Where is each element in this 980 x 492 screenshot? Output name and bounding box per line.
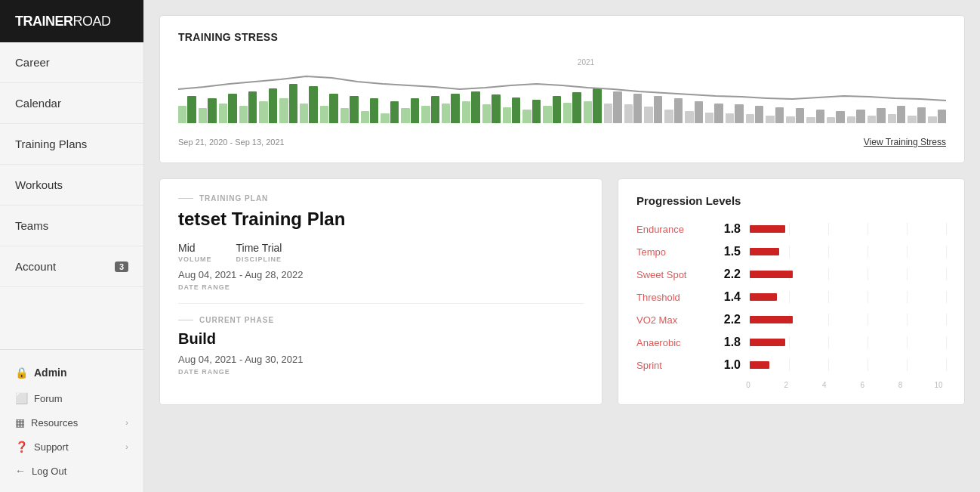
- prog-label[interactable]: Endurance: [636, 224, 704, 235]
- bar-group: [624, 94, 643, 123]
- bar-light: [421, 106, 430, 123]
- bar-light: [888, 114, 896, 123]
- grid-line: [907, 336, 908, 348]
- bar-dark: [411, 98, 419, 123]
- logout-item[interactable]: ← Log Out: [15, 459, 128, 483]
- resources-item[interactable]: ▦ Resources ›: [15, 410, 128, 435]
- support-item[interactable]: ❓ Support ›: [15, 435, 128, 459]
- bar-light: [320, 106, 328, 123]
- progression-row: Anaerobic1.8: [636, 336, 946, 349]
- bar-dark: [897, 106, 905, 123]
- bar-group: [361, 98, 379, 123]
- sidebar-item-label: Teams: [15, 219, 48, 232]
- progression-row: VO2 Max2.2: [636, 313, 946, 326]
- logout-label: Log Out: [32, 466, 66, 477]
- bar-group: [827, 111, 845, 123]
- bar-group: [563, 92, 581, 123]
- bar-light: [705, 113, 713, 123]
- grid-line: [828, 223, 829, 235]
- prog-label[interactable]: Tempo: [636, 246, 704, 258]
- bar-group: [381, 101, 399, 123]
- plan-title: tetset Training Plan: [178, 209, 584, 230]
- plan-meta: Mid VOLUME Time Trial DISCIPLINE: [178, 242, 584, 263]
- bar-dark: [492, 94, 500, 123]
- progression-row: Sprint1.0: [636, 358, 946, 372]
- grid-line: [907, 223, 908, 235]
- bars-container: [178, 55, 946, 123]
- bar-dark: [633, 94, 642, 123]
- sidebar-item-calendar[interactable]: Calendar: [0, 83, 143, 124]
- volume-value: Mid: [178, 242, 212, 254]
- logo-text: TRAINERROAD: [15, 14, 111, 29]
- prog-label[interactable]: Sprint: [636, 360, 704, 371]
- bar-dark: [512, 97, 520, 123]
- prog-label[interactable]: VO2 Max: [636, 314, 704, 326]
- sidebar-item-account[interactable]: Account 3: [0, 246, 143, 287]
- bar-dark: [917, 107, 926, 123]
- sidebar-item-teams[interactable]: Teams: [0, 206, 143, 246]
- grid-line: [868, 291, 868, 303]
- sidebar-item-training-plans[interactable]: Training Plans: [0, 124, 143, 165]
- forum-item[interactable]: ⬜ Forum: [15, 386, 128, 410]
- admin-item[interactable]: 🔒 Admin: [15, 359, 128, 386]
- prog-bar-container: [750, 268, 946, 280]
- sidebar-item-label: Account: [15, 260, 56, 273]
- bar-dark: [329, 94, 337, 123]
- view-training-stress-link[interactable]: View Training Stress: [864, 137, 946, 147]
- bar-light: [766, 116, 774, 123]
- prog-axis: 0 2 4 6 8 10: [636, 381, 946, 389]
- bar-light: [868, 116, 876, 123]
- grid-line: [946, 314, 947, 326]
- training-stress-card: Training Stress 2021 Sep 21, 2020 - Sep …: [159, 15, 965, 163]
- bar-group: [806, 110, 824, 123]
- prog-bar-container: [750, 359, 946, 371]
- bar-dark: [775, 107, 784, 123]
- resources-icon: ▦: [15, 416, 25, 429]
- bar-dark: [877, 108, 885, 123]
- bar-light: [361, 111, 369, 123]
- grid-line: [907, 268, 908, 280]
- bar-dark: [370, 98, 378, 123]
- prog-bar-container: [750, 223, 946, 235]
- bar-light: [847, 116, 855, 123]
- axis-label-6: 6: [855, 381, 870, 389]
- bar-group: [442, 94, 460, 123]
- logo: TRAINERROAD: [0, 0, 143, 42]
- prog-bar-fill: [750, 339, 785, 346]
- prog-value: 1.8: [713, 336, 741, 349]
- sidebar-item-workouts[interactable]: Workouts: [0, 165, 143, 206]
- training-stress-title: Training Stress: [178, 31, 946, 43]
- bar-dark: [350, 96, 358, 123]
- volume-group: Mid VOLUME: [178, 242, 212, 263]
- grid-line: [946, 268, 947, 280]
- bar-light: [726, 113, 734, 123]
- bar-light: [482, 104, 491, 123]
- bar-group: [746, 106, 764, 123]
- grid-line: [789, 359, 790, 371]
- grid-line: [789, 336, 790, 348]
- sidebar-item-career[interactable]: Career: [0, 42, 143, 83]
- prog-label[interactable]: Anaerobic: [636, 337, 704, 348]
- progression-row: Sweet Spot2.2: [636, 268, 946, 281]
- axis-label-8: 8: [893, 381, 908, 389]
- grid-line: [946, 359, 947, 371]
- date-range-text: Sep 21, 2020 - Sep 13, 2021: [178, 138, 285, 147]
- bar-group: [786, 108, 804, 123]
- bar-group: [482, 94, 501, 123]
- bar-group: [584, 88, 602, 123]
- bar-dark: [269, 88, 277, 123]
- bar-group: [320, 94, 338, 123]
- volume-label: VOLUME: [178, 255, 212, 263]
- bar-dark: [390, 101, 399, 123]
- prog-value: 2.2: [713, 313, 741, 326]
- grid-line: [868, 359, 868, 371]
- bar-light: [300, 104, 308, 123]
- bar-group: [421, 96, 439, 123]
- bar-dark: [674, 98, 683, 123]
- bar-dark: [796, 108, 804, 123]
- bar-light: [563, 103, 572, 123]
- bar-group: [259, 88, 277, 123]
- bar-light: [928, 116, 936, 123]
- prog-label[interactable]: Sweet Spot: [636, 269, 704, 280]
- prog-label[interactable]: Threshold: [636, 292, 704, 303]
